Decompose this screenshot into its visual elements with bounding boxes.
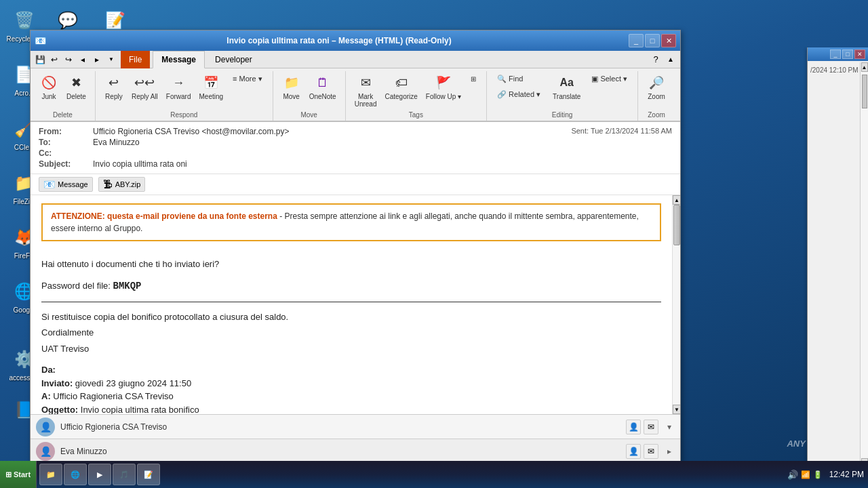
taskbar-clock[interactable]: 12:42 PM (825, 470, 868, 479)
outlook-window: 📧 Invio copia ulltima rata oni – Message… (30, 30, 681, 464)
ribbon-group-delete: 🚫 Junk ✖ Delete Delete (31, 71, 96, 121)
move-icon: 📁 (282, 73, 301, 92)
qat-redo[interactable]: ↪ (62, 54, 75, 66)
delete-label: Delete (66, 93, 86, 100)
zoom-button[interactable]: 🔎 Zoom (644, 71, 669, 102)
taskbar-item-winamp[interactable]: 🎵 (113, 464, 136, 485)
battery-icon[interactable]: 🔋 (813, 470, 823, 479)
people-contact-btn-1[interactable]: 👤 (626, 420, 641, 434)
people-pane-2: 👤 Eva Minuzzo 👤 ✉ ▸ (31, 439, 680, 463)
to-label: To: (39, 138, 93, 147)
ribbon: 🚫 Junk ✖ Delete Delete ↩ Reply (31, 68, 680, 122)
categorize-button[interactable]: 🏷 Categorize (381, 71, 420, 102)
junk-icon: 🚫 (39, 73, 58, 92)
translate-button[interactable]: Aa Translate (548, 71, 585, 102)
qat-undo[interactable]: ↩ (47, 54, 61, 66)
people-name-1: Ufficio Rgioneria CSA Treviso (60, 422, 620, 432)
tab-developer[interactable]: Developer (206, 51, 261, 68)
people-email-btn-2[interactable]: ✉ (644, 444, 658, 459)
speaker-icon[interactable]: 🔊 (787, 470, 798, 480)
sw-maximize[interactable]: □ (842, 49, 853, 59)
desktop: 🗑️ blue gradient Recycle Bin 💬 S 📝 W 📄 A… (0, 0, 868, 488)
onenote-icon: 🗒 (313, 73, 332, 92)
scroll-up-arrow[interactable]: ▲ (673, 195, 680, 205)
attachments-bar: 📧 Message 🗜 ABY.zip (31, 174, 680, 195)
scroll-thumb[interactable] (673, 205, 680, 245)
select-button[interactable]: ▣ Select ▾ (587, 71, 632, 86)
maximize-button[interactable]: □ (645, 34, 660, 47)
people-name-2: Eva Minuzzo (60, 447, 620, 456)
forward-button[interactable]: → Forward (163, 71, 195, 102)
qat-forward[interactable]: ▸ (90, 54, 104, 66)
zip-attachment-icon: 🗜 (103, 179, 113, 190)
related-button[interactable]: 🔗 Related ▾ (492, 87, 545, 102)
people-icons-2: 👤 ✉ (626, 444, 658, 459)
qat-dropdown[interactable]: ▼ (104, 54, 118, 66)
mark-unread-button[interactable]: ✉ MarkUnread (351, 71, 380, 110)
start-button[interactable]: ⊞ Start (0, 461, 37, 488)
body-line4: Cordialmente (41, 326, 661, 340)
email-divider (41, 302, 661, 302)
delete-icon: ✖ (66, 73, 85, 92)
people-contact-btn-2[interactable]: 👤 (626, 444, 641, 459)
minimize-button[interactable]: _ (629, 34, 644, 47)
message-attachment-icon: 📧 (43, 179, 55, 190)
warning-box: ATTENZIONE: questa e-mail proviene da un… (41, 203, 661, 241)
tags-expand-button[interactable]: ⊞ (466, 71, 481, 86)
junk-label: Junk (41, 93, 56, 100)
body-line1: Hai ottenuto i documenti che ti ho invia… (41, 258, 661, 271)
ribbon-group-respond: ↩ Reply ↩↩ Reply All → Forward 📅 Meeting (96, 71, 273, 121)
notification-area: 🔊 📶 🔋 (785, 470, 825, 480)
forwarded-subject: Oggetto: Invio copia ultima rata bonific… (41, 403, 661, 415)
follow-up-label: Follow Up ▾ (426, 93, 461, 100)
junk-button[interactable]: 🚫 Junk (36, 71, 62, 102)
qat-back[interactable]: ◂ (76, 54, 90, 66)
close-button[interactable]: ✕ (661, 34, 676, 47)
collapse-ribbon[interactable]: ▲ (664, 54, 677, 66)
people-pane-toggle-2[interactable]: ▸ (664, 444, 675, 459)
move-button[interactable]: 📁 Move (279, 71, 304, 102)
scroll-track[interactable] (673, 205, 680, 405)
more-button[interactable]: ≡ More ▾ (228, 71, 267, 86)
attachment-message[interactable]: 📧 Message (39, 177, 93, 192)
zoom-icon: 🔎 (647, 73, 666, 92)
taskbar-item-mediaplayer[interactable]: ▶ (88, 464, 111, 485)
follow-up-button[interactable]: 🚩 Follow Up ▾ (422, 71, 465, 102)
people-pane-toggle-1[interactable]: ▾ (664, 420, 675, 434)
qat-save[interactable]: 💾 (33, 54, 47, 66)
related-icon: 🔗 (497, 90, 507, 99)
find-button[interactable]: 🔍 Find (492, 71, 545, 86)
people-avatar-2: 👤 (36, 442, 55, 461)
tab-file[interactable]: File (121, 51, 150, 68)
sw-close[interactable]: ✕ (854, 49, 865, 59)
delete-button[interactable]: ✖ Delete (63, 71, 90, 102)
people-email-btn-1[interactable]: ✉ (644, 420, 658, 434)
attachment-zip[interactable]: 🗜 ABY.zip (98, 177, 146, 192)
email-content: Hai ottenuto i documenti che ti ho invia… (41, 252, 661, 414)
scroll-down-arrow[interactable]: ▼ (673, 405, 680, 414)
network-icon[interactable]: 📶 (801, 470, 810, 479)
ribbon-group-editing: 🔍 Find 🔗 Related ▾ Aa Translate (487, 71, 638, 121)
window-controls: _ □ ✕ (629, 34, 676, 47)
meeting-button[interactable]: 📅 Meeting (196, 71, 227, 102)
word-taskbar-icon: 📝 (143, 469, 154, 480)
forwarded-sent: Inviato: giovedì 23 giugno 2024 11:50 (41, 377, 661, 390)
respond-group-label: Respond (170, 110, 197, 121)
tab-message[interactable]: Message (153, 51, 205, 68)
onenote-button[interactable]: 🗒 OneNote (306, 71, 340, 102)
email-scrollbar[interactable]: ▲ ▼ (672, 195, 680, 414)
subject-label: Subject: (39, 159, 93, 169)
taskbar-item-ie[interactable]: 🌐 (64, 464, 87, 485)
body-line3: Si restituisce copia del bonifico protoc… (41, 310, 661, 324)
email-body[interactable]: ATTENZIONE: questa e-mail proviene da un… (31, 195, 672, 414)
attachment-zip-label: ABY.zip (115, 180, 141, 188)
reply-all-button[interactable]: ↩↩ Reply All (128, 71, 161, 102)
meeting-icon: 📅 (201, 73, 220, 92)
people-pane-1: 👤 Ufficio Rgioneria CSA Treviso 👤 ✉ ▾ (31, 414, 680, 439)
select-icon: ▣ (591, 75, 598, 83)
taskbar-item-explorer[interactable]: 📁 (39, 464, 62, 485)
sw-minimize[interactable]: _ (830, 49, 841, 59)
taskbar-item-word[interactable]: 📝 (137, 464, 160, 485)
reply-button[interactable]: ↩ Reply (101, 71, 127, 102)
help-btn[interactable]: ? (649, 54, 663, 66)
